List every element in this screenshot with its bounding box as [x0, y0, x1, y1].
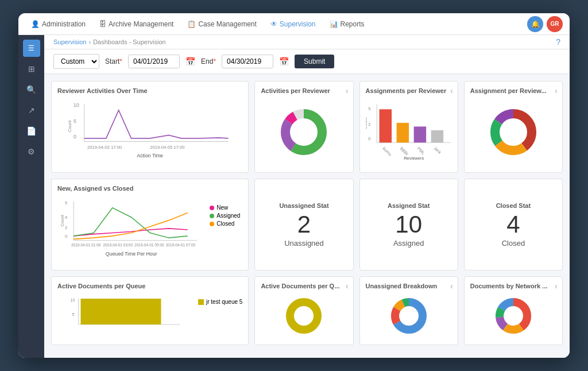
start-date-input[interactable]: [128, 55, 180, 68]
archive-icon: 🗄: [99, 20, 106, 28]
legend-closed-label: Closed: [216, 221, 234, 227]
nav-reports[interactable]: 📊 Reports: [324, 17, 370, 32]
svg-rect-20: [396, 123, 408, 142]
breadcrumb-separator: ›: [88, 38, 91, 45]
closed-stat-label: Closed: [502, 239, 525, 248]
admin-icon: 👤: [31, 20, 40, 28]
svg-text:kumu: kumu: [381, 146, 392, 157]
donut-q2-svg: [284, 296, 324, 336]
docs-network-nav[interactable]: ‹: [555, 281, 558, 291]
active-docs-queue-card: Active Documents per Queue 10 5: [51, 276, 249, 345]
active-docs-q2-nav[interactable]: ‹: [346, 281, 349, 291]
svg-text:jack: jack: [433, 145, 443, 155]
date-range-select[interactable]: Custom: [53, 54, 99, 69]
layout: ☰ ⊞ 🔍 ↗ 📄 ⚙ Supervision › Dashboards - S…: [18, 35, 570, 358]
breadcrumb-current: Dashboards - Supervision: [93, 38, 166, 45]
legend-new-label: New: [216, 204, 228, 211]
svg-text:4: 4: [65, 215, 68, 220]
unassigned-stat-label: Unassigned: [284, 239, 324, 248]
svg-text:5: 5: [72, 312, 75, 316]
unassigned-stat-title: Unassigned Stat: [279, 202, 328, 209]
assignments-bar-chart: 5 2 0 Count: [366, 98, 452, 167]
reviewer-activities-svg: 10 5 0 Count 2019: [57, 98, 242, 167]
svg-text:Queued Time Per Hour: Queued Time Per Hour: [106, 251, 157, 257]
donut-svg-2: [488, 106, 539, 158]
end-date-input[interactable]: [222, 55, 273, 68]
unassigned-breakdown-nav[interactable]: ‹: [450, 281, 453, 291]
svg-text:2019-04-01 01:00: 2019-04-01 01:00: [71, 243, 101, 247]
activities-per-reviewer-title: Activities per Reviewer: [261, 87, 347, 94]
filter-bar: Custom Start* 📅 End* 📅 Submit: [44, 49, 570, 74]
nav-case[interactable]: 📋 Case Management: [181, 17, 262, 32]
svg-text:10: 10: [74, 102, 79, 108]
svg-rect-49: [81, 299, 161, 324]
end-label: End*: [201, 57, 216, 65]
breadcrumb: Supervision › Dashboards - Supervision ?: [44, 35, 570, 49]
active-docs-svg: 10 5: [57, 293, 194, 339]
svg-text:2: 2: [65, 225, 67, 230]
sidebar-settings[interactable]: ⚙: [23, 143, 40, 160]
active-docs-queue-title: Active Documents per Queue: [57, 283, 242, 289]
legend-assigned-dot: [210, 214, 214, 218]
nav-archive[interactable]: 🗄 Archive Management: [94, 17, 179, 32]
svg-text:Reviewers: Reviewers: [404, 156, 424, 161]
reviewer-activities-card: Reviewer Activities Over Time 10 5 0 Cou…: [51, 81, 249, 173]
new-assigned-chart: 5 4 2 0 Count: [57, 195, 205, 264]
svg-text:2: 2: [368, 122, 370, 127]
start-calendar-icon[interactable]: 📅: [185, 57, 195, 66]
svg-text:0: 0: [368, 136, 370, 141]
svg-text:Count: Count: [60, 214, 65, 226]
sidebar-search[interactable]: 🔍: [23, 81, 40, 98]
avatar-button[interactable]: GR: [547, 16, 563, 32]
main-window: 👤 Administration 🗄 Archive Management 📋 …: [18, 13, 570, 358]
svg-text:0: 0: [65, 234, 67, 239]
start-label: Start*: [105, 57, 122, 65]
svg-text:Action Time: Action Time: [137, 153, 163, 159]
sidebar: ☰ ⊞ 🔍 ↗ 📄 ⚙: [18, 35, 44, 358]
new-assigned-closed-title: New, Assigned vs Closed: [57, 185, 242, 192]
closed-stat-value: 4: [506, 212, 520, 237]
legend-new-dot: [210, 206, 214, 210]
end-calendar-icon[interactable]: 📅: [279, 57, 289, 66]
unassigned-stat-card: Unassigned Stat 2 Unassigned: [254, 179, 353, 270]
active-docs-legend-label: jr test queue 5: [206, 299, 242, 305]
unassigned-breakdown-card: Unassigned Breakdown ‹: [359, 276, 458, 345]
activities-reviewer-donut: [261, 98, 347, 167]
breadcrumb-parent[interactable]: Supervision: [53, 38, 86, 45]
reports-icon: 📊: [330, 20, 338, 28]
assignments-reviewer-nav[interactable]: ‹: [450, 86, 453, 95]
svg-text:BBBr: BBBr: [399, 146, 409, 157]
nav-supervision[interactable]: 👁 Supervision: [265, 17, 322, 32]
assignments-per-reviewer-title: Assignments per Reviewer: [366, 87, 452, 94]
docs-network-donut: [470, 293, 556, 339]
svg-text:5: 5: [74, 118, 76, 124]
nav-administration[interactable]: 👤 Administration: [25, 17, 91, 32]
svg-text:2019-04-01 03:00: 2019-04-01 03:00: [103, 243, 133, 247]
svg-text:5: 5: [368, 106, 370, 111]
sidebar-export[interactable]: ↗: [23, 102, 40, 119]
svg-rect-19: [379, 109, 391, 142]
submit-button[interactable]: Submit: [295, 55, 334, 68]
docs-by-network-title: Documents by Network ...: [470, 283, 556, 289]
unassigned-breakdown-donut: [366, 293, 452, 339]
sidebar-grid[interactable]: ⊞: [23, 60, 40, 78]
dashboard: Reviewer Activities Over Time 10 5 0 Cou…: [44, 74, 570, 358]
activities-reviewer-nav[interactable]: ‹: [346, 86, 349, 95]
svg-text:2019-04-01 07:00: 2019-04-01 07:00: [166, 243, 196, 247]
svg-point-50: [290, 302, 318, 330]
assignment-review-donut: [470, 98, 556, 167]
top-nav: 👤 Administration 🗄 Archive Management 📋 …: [18, 13, 570, 35]
reviewer-activities-title: Reviewer Activities Over Time: [57, 87, 242, 94]
assignment-review-nav[interactable]: ‹: [555, 86, 558, 95]
sidebar-hamburger[interactable]: ☰: [23, 40, 40, 57]
dashboard-row-2: New, Assigned vs Closed 5 4 2 0 Count: [51, 179, 563, 270]
new-assigned-legend: New Assigned Closed: [210, 195, 242, 264]
bell-button[interactable]: 🔔: [527, 16, 543, 32]
nav-items: 👤 Administration 🗄 Archive Management 📋 …: [25, 17, 527, 32]
reviewer-activities-chart: 10 5 0 Count 2019: [57, 98, 242, 167]
help-icon[interactable]: ?: [556, 37, 560, 47]
donut-network-svg: [493, 296, 533, 336]
line-chart-svg: 5 4 2 0 Count: [57, 195, 205, 264]
sidebar-document[interactable]: 📄: [23, 122, 40, 140]
active-docs-dot: [198, 299, 204, 305]
